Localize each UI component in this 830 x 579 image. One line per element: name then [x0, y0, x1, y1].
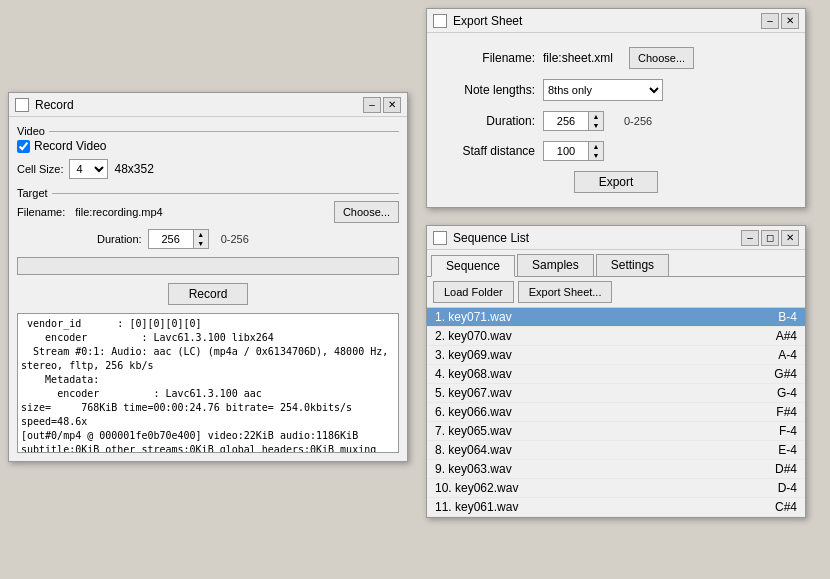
record-content: Video Record Video Cell Size: 4 8 16 48x…: [9, 117, 407, 461]
record-filename-value: file:recording.mp4: [75, 206, 162, 218]
target-section-divider: [52, 193, 399, 194]
record-duration-range: 0-256: [221, 233, 249, 245]
export-filename-label: Filename:: [443, 51, 543, 65]
tab-settings[interactable]: Settings: [596, 254, 669, 276]
export-button-row: Export: [443, 171, 789, 193]
seq-item-name: 8. key064.wav: [435, 443, 757, 457]
seq-item-note: E-4: [757, 443, 797, 457]
export-staff-distance-input: ▲ ▼: [543, 141, 604, 161]
sequence-title-left: Sequence List: [433, 231, 529, 245]
video-section-divider: [49, 131, 399, 132]
sequence-title-icon: [433, 231, 447, 245]
target-section-label: Target: [17, 187, 48, 199]
record-duration-field[interactable]: [148, 229, 193, 249]
export-close-button[interactable]: ✕: [781, 13, 799, 29]
record-titlebar: Record – ✕: [9, 93, 407, 117]
target-section-header: Target: [17, 187, 399, 199]
record-duration-label: Duration:: [97, 233, 142, 245]
sequence-list-item[interactable]: 10. key062.wavD-4: [427, 479, 805, 498]
seq-item-name: 4. key068.wav: [435, 367, 757, 381]
record-filename-row: Filename: file:recording.mp4 Choose...: [17, 201, 399, 223]
export-filename-row: Filename: file:sheet.xml Choose...: [443, 47, 789, 69]
record-close-button[interactable]: ✕: [383, 97, 401, 113]
seq-item-name: 5. key067.wav: [435, 386, 757, 400]
tab-samples[interactable]: Samples: [517, 254, 594, 276]
export-duration-field[interactable]: [543, 111, 588, 131]
export-staff-distance-down[interactable]: ▼: [589, 151, 603, 160]
export-title-icon: [433, 14, 447, 28]
cell-size-select[interactable]: 4 8 16: [69, 159, 108, 179]
export-titlebar: Export Sheet – ✕: [427, 9, 805, 33]
sequence-list-item[interactable]: 5. key067.wavG-4: [427, 384, 805, 403]
cell-size-row: Cell Size: 4 8 16 48x352: [17, 159, 399, 179]
seq-item-note: D#4: [757, 462, 797, 476]
export-staff-distance-up[interactable]: ▲: [589, 142, 603, 151]
seq-item-note: A#4: [757, 329, 797, 343]
record-duration-up[interactable]: ▲: [194, 230, 208, 239]
export-duration-up[interactable]: ▲: [589, 112, 603, 121]
video-section-header: Video: [17, 125, 399, 137]
sequence-minimize-button[interactable]: –: [741, 230, 759, 246]
tab-sequence[interactable]: Sequence: [431, 255, 515, 277]
export-minimize-button[interactable]: –: [761, 13, 779, 29]
seq-item-note: B-4: [757, 310, 797, 324]
export-duration-row: Duration: ▲ ▼ 0-256: [443, 111, 789, 131]
sequence-maximize-button[interactable]: ◻: [761, 230, 779, 246]
record-title-icon: [15, 98, 29, 112]
export-duration-label: Duration:: [443, 114, 543, 128]
target-section: Target Filename: file:recording.mp4 Choo…: [17, 187, 399, 223]
record-video-label: Record Video: [34, 139, 107, 153]
record-window: Record – ✕ Video Record Video Cell Size:…: [8, 92, 408, 462]
export-duration-range: 0-256: [624, 115, 652, 127]
sequence-list-item[interactable]: 4. key068.wavG#4: [427, 365, 805, 384]
seq-item-note: F-4: [757, 424, 797, 438]
export-staff-distance-arrows: ▲ ▼: [588, 141, 604, 161]
sequence-list-item[interactable]: 7. key065.wavF-4: [427, 422, 805, 441]
record-choose-button[interactable]: Choose...: [334, 201, 399, 223]
sequence-list-item[interactable]: 3. key069.wavA-4: [427, 346, 805, 365]
record-title-text: Record: [35, 98, 74, 112]
export-title-left: Export Sheet: [433, 14, 522, 28]
seq-item-name: 7. key065.wav: [435, 424, 757, 438]
export-filename-value: file:sheet.xml: [543, 51, 613, 65]
export-duration-down[interactable]: ▼: [589, 121, 603, 130]
sequence-list-item[interactable]: 2. key070.wavA#4: [427, 327, 805, 346]
export-window-controls: – ✕: [761, 13, 799, 29]
record-minimize-button[interactable]: –: [363, 97, 381, 113]
record-video-checkbox[interactable]: [17, 140, 30, 153]
record-duration-arrows: ▲ ▼: [193, 229, 209, 249]
sequence-toolbar: Load Folder Export Sheet...: [427, 277, 805, 308]
load-folder-button[interactable]: Load Folder: [433, 281, 514, 303]
sequence-titlebar: Sequence List – ◻ ✕: [427, 226, 805, 250]
sequence-list-item[interactable]: 11. key061.wavC#4: [427, 498, 805, 517]
sequence-title-text: Sequence List: [453, 231, 529, 245]
video-section: Video Record Video Cell Size: 4 8 16 48x…: [17, 125, 399, 179]
sequence-window: Sequence List – ◻ ✕ Sequence Samples Set…: [426, 225, 806, 518]
sequence-list-item[interactable]: 9. key063.wavD#4: [427, 460, 805, 479]
cell-size-label: Cell Size:: [17, 163, 63, 175]
export-choose-button[interactable]: Choose...: [629, 47, 694, 69]
seq-item-name: 11. key061.wav: [435, 500, 757, 514]
export-duration-arrows: ▲ ▼: [588, 111, 604, 131]
seq-item-note: G#4: [757, 367, 797, 381]
record-duration-input: ▲ ▼: [148, 229, 209, 249]
record-video-row: Record Video: [17, 139, 399, 153]
export-title-text: Export Sheet: [453, 14, 522, 28]
video-section-label: Video: [17, 125, 45, 137]
export-staff-distance-field[interactable]: [543, 141, 588, 161]
record-duration-down[interactable]: ▼: [194, 239, 208, 248]
sequence-window-controls: – ◻ ✕: [741, 230, 799, 246]
record-window-controls: – ✕: [363, 97, 401, 113]
sequence-list-item[interactable]: 1. key071.wavB-4: [427, 308, 805, 327]
sequence-list: 1. key071.wavB-42. key070.wavA#43. key06…: [427, 308, 805, 517]
export-note-lengths-label: Note lengths:: [443, 83, 543, 97]
export-sheet-button[interactable]: Export Sheet...: [518, 281, 613, 303]
export-note-lengths-select[interactable]: 8ths only All Quarter only: [543, 79, 663, 101]
record-button[interactable]: Record: [168, 283, 249, 305]
sequence-close-button[interactable]: ✕: [781, 230, 799, 246]
seq-item-note: D-4: [757, 481, 797, 495]
sequence-list-item[interactable]: 6. key066.wavF#4: [427, 403, 805, 422]
record-log-area[interactable]: vendor_id : [0][0][0][0] encoder : Lavc6…: [17, 313, 399, 453]
sequence-list-item[interactable]: 8. key064.wavE-4: [427, 441, 805, 460]
export-button[interactable]: Export: [574, 171, 659, 193]
